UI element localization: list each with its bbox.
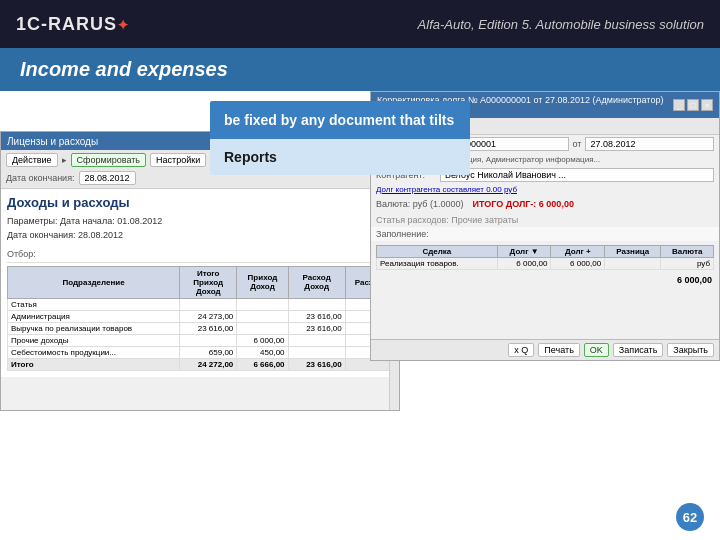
- td-empty1: [237, 310, 288, 322]
- btn-close-doc[interactable]: Закрыть: [667, 343, 714, 357]
- ss-right-minimize[interactable]: _: [673, 99, 685, 111]
- td-admin: Администрация: [8, 310, 180, 322]
- td-v1: [180, 298, 237, 310]
- td-empty6: [288, 334, 345, 346]
- ss-left-content: Доходы и расходы Параметры: Дата начала:…: [1, 189, 399, 377]
- td-450: 450,00: [237, 346, 288, 358]
- td-23616d: 23 616,00: [288, 358, 345, 370]
- date-end-label: Дата окончания:: [6, 173, 75, 183]
- td-other-income: Прочие доходы: [8, 334, 180, 346]
- expense-label: Статья расходов: Прочие затраты: [376, 215, 518, 225]
- ss-bottom-bar: x Q Печать OK Записать Закрыть: [371, 339, 719, 360]
- td-empty3: [237, 322, 288, 334]
- td-659: 659,00: [180, 346, 237, 358]
- td-diff: [605, 258, 661, 270]
- debt-link[interactable]: Долг контрагента составляет 0.00 руб: [371, 184, 719, 195]
- td-23616a: 23 616,00: [288, 310, 345, 322]
- ss-note: Заполнение:: [371, 227, 719, 241]
- page-number: 62: [676, 503, 704, 531]
- logo-text: 1C-RARUS✦: [16, 14, 130, 35]
- table-header-row: Сделка Долг ▼ Долг + Разница Валюта: [377, 246, 714, 258]
- td-empty8: [288, 346, 345, 358]
- currency-row: Валюта: руб (1.0000) ИТОГО ДОЛГ-: 6 000,…: [371, 195, 719, 213]
- ss-params-line1: Параметры: Дата начала: 01.08.2012: [7, 214, 393, 228]
- doc-date[interactable]: 27.08.2012: [585, 137, 714, 151]
- ss-params: Параметры: Дата начала: 01.08.2012 Дата …: [7, 214, 393, 243]
- th-diff: Разница: [605, 246, 661, 258]
- header: 1C-RARUS✦ Alfa-Auto, Edition 5. Automobi…: [0, 0, 720, 48]
- td-24273: 24 273,00: [180, 310, 237, 322]
- td-6000a: 6 000,00: [237, 334, 288, 346]
- counterpart-value[interactable]: Белоус Николай Иванович ...: [440, 168, 714, 182]
- settings-btn[interactable]: Настройки: [150, 153, 206, 167]
- ss-left-title: Лицензы и расходы: [7, 136, 98, 147]
- table-row: Прочие доходы 6 000,00: [8, 334, 393, 346]
- callout-blue: be fixed by any document that tilts: [210, 101, 470, 139]
- table-row: Себестоимость продукции... 659,00 450,00: [8, 346, 393, 358]
- header-subtitle: Alfa-Auto, Edition 5. Automobile busines…: [418, 17, 704, 32]
- th-total-income: ИтогоПриходДоход: [180, 266, 237, 298]
- btn-save[interactable]: Записать: [613, 343, 663, 357]
- btn-xq[interactable]: x Q: [508, 343, 534, 357]
- td-stat: Статья: [8, 298, 180, 310]
- td-cost: Себестоимость продукции...: [8, 346, 180, 358]
- table-row: Реализация товаров. 6 000,00 6 000,00 ру…: [377, 258, 714, 270]
- form-btn[interactable]: Сформировать: [71, 153, 146, 167]
- divider: [7, 262, 393, 263]
- td-debt1: 6 000,00: [497, 258, 551, 270]
- td-23616b: 23 616,00: [180, 322, 237, 334]
- page-title: Income and expenses: [20, 58, 700, 81]
- btn-print[interactable]: Печать: [538, 343, 579, 357]
- td-empty5: [180, 334, 237, 346]
- table-row: Администрация 24 273,00 23 616,00: [8, 310, 393, 322]
- table-row: Выручка по реализации товаров 23 616,00 …: [8, 322, 393, 334]
- ss-right-maximize[interactable]: □: [687, 99, 699, 111]
- debt-total: ИТОГО ДОЛГ-: 6 000,00: [468, 197, 579, 211]
- table-row: Статья: [8, 298, 393, 310]
- ss-right-winbtns: _ □ ×: [673, 99, 713, 111]
- th-currency: Валюта: [661, 246, 714, 258]
- main-content: be fixed by any document that tilts Repo…: [0, 91, 720, 539]
- logo-star: ✦: [117, 17, 130, 33]
- th-subdivision: Подразделение: [8, 266, 180, 298]
- td-curr: руб: [661, 258, 714, 270]
- td-total: Итого: [8, 358, 180, 370]
- td-deal: Реализация товаров.: [377, 258, 498, 270]
- td-24272: 24 272,00: [180, 358, 237, 370]
- logo-area: 1C-RARUS✦: [16, 14, 130, 35]
- ss-params-line2: Дата окончания: 28.08.2012: [7, 228, 393, 242]
- title-bar: Income and expenses: [0, 48, 720, 91]
- ss-filter-label: Отбор:: [7, 249, 393, 259]
- ss-left-table: Подразделение ИтогоПриходДоход ПриходДох…: [7, 266, 393, 371]
- logo-1c: 1C-RARUS: [16, 14, 117, 34]
- date-end-input[interactable]: 28.08.2012: [79, 171, 136, 185]
- total-display: 6 000,00: [376, 272, 714, 288]
- td-v2: [237, 298, 288, 310]
- action-btn[interactable]: Действие: [6, 153, 58, 167]
- currency-label: Валюта: руб (1.0000): [376, 199, 464, 209]
- expense-row: Статья расходов: Прочие затраты: [371, 213, 719, 227]
- th-deal: Сделка: [377, 246, 498, 258]
- toolbar-divider: ▸: [62, 155, 67, 165]
- th-expense-income: РасходДоход: [288, 266, 345, 298]
- ss-content-title: Доходы и расходы: [7, 195, 393, 210]
- td-23616c: 23 616,00: [288, 322, 345, 334]
- th-debt-plus: Долг +: [551, 246, 605, 258]
- th-income: ПриходДоход: [237, 266, 288, 298]
- doc-from-label: от: [573, 139, 582, 149]
- inner-table-container: Сделка Долг ▼ Долг + Разница Валюта Реал…: [371, 241, 719, 290]
- ss-right-close[interactable]: ×: [701, 99, 713, 111]
- td-debt2: 6 000,00: [551, 258, 605, 270]
- callout-container: be fixed by any document that tilts Repo…: [210, 101, 470, 175]
- td-sales: Выручка по реализации товаров: [8, 322, 180, 334]
- btn-ok[interactable]: OK: [584, 343, 609, 357]
- th-debt-minus: Долг ▼: [497, 246, 551, 258]
- td-6666: 6 666,00: [237, 358, 288, 370]
- td-v3: [288, 298, 345, 310]
- callout-light: Reports: [210, 139, 470, 175]
- table-row-total: Итого 24 272,00 6 666,00 23 616,00: [8, 358, 393, 370]
- ss-inner-table: Сделка Долг ▼ Долг + Разница Валюта Реал…: [376, 245, 714, 270]
